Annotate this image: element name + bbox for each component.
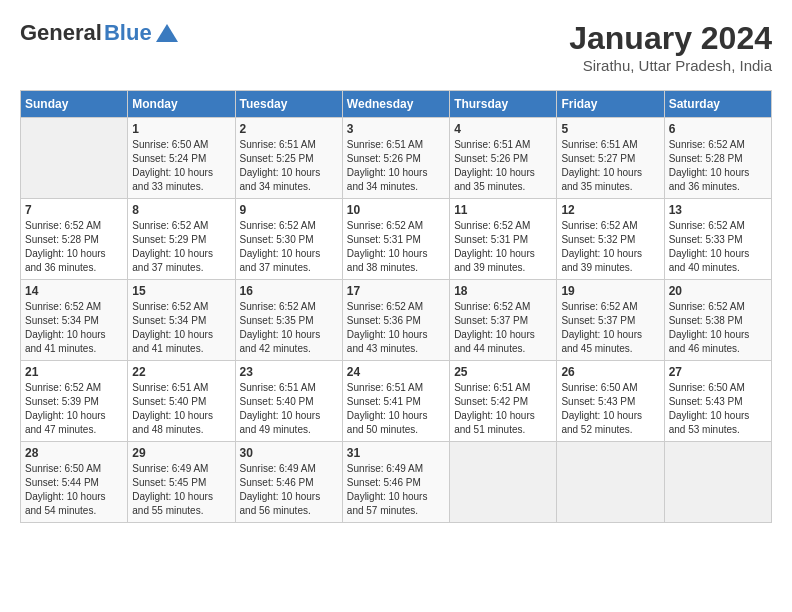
- day-number: 18: [454, 284, 552, 298]
- table-row: 29Sunrise: 6:49 AM Sunset: 5:45 PM Dayli…: [128, 442, 235, 523]
- logo: General Blue: [20, 20, 178, 46]
- day-number: 16: [240, 284, 338, 298]
- day-number: 2: [240, 122, 338, 136]
- day-number: 15: [132, 284, 230, 298]
- table-row: 24Sunrise: 6:51 AM Sunset: 5:41 PM Dayli…: [342, 361, 449, 442]
- day-number: 14: [25, 284, 123, 298]
- day-number: 7: [25, 203, 123, 217]
- table-row: 31Sunrise: 6:49 AM Sunset: 5:46 PM Dayli…: [342, 442, 449, 523]
- day-info: Sunrise: 6:51 AM Sunset: 5:25 PM Dayligh…: [240, 138, 338, 194]
- day-number: 24: [347, 365, 445, 379]
- day-info: Sunrise: 6:52 AM Sunset: 5:35 PM Dayligh…: [240, 300, 338, 356]
- table-row: [664, 442, 771, 523]
- day-number: 13: [669, 203, 767, 217]
- table-row: 2Sunrise: 6:51 AM Sunset: 5:25 PM Daylig…: [235, 118, 342, 199]
- day-info: Sunrise: 6:50 AM Sunset: 5:44 PM Dayligh…: [25, 462, 123, 518]
- day-number: 23: [240, 365, 338, 379]
- day-info: Sunrise: 6:51 AM Sunset: 5:40 PM Dayligh…: [240, 381, 338, 437]
- day-info: Sunrise: 6:52 AM Sunset: 5:38 PM Dayligh…: [669, 300, 767, 356]
- day-info: Sunrise: 6:51 AM Sunset: 5:26 PM Dayligh…: [347, 138, 445, 194]
- table-row: 9Sunrise: 6:52 AM Sunset: 5:30 PM Daylig…: [235, 199, 342, 280]
- day-info: Sunrise: 6:52 AM Sunset: 5:30 PM Dayligh…: [240, 219, 338, 275]
- calendar-table: Sunday Monday Tuesday Wednesday Thursday…: [20, 90, 772, 523]
- title-block: January 2024 Sirathu, Uttar Pradesh, Ind…: [569, 20, 772, 74]
- table-row: 10Sunrise: 6:52 AM Sunset: 5:31 PM Dayli…: [342, 199, 449, 280]
- header-tuesday: Tuesday: [235, 91, 342, 118]
- day-info: Sunrise: 6:49 AM Sunset: 5:46 PM Dayligh…: [347, 462, 445, 518]
- table-row: 18Sunrise: 6:52 AM Sunset: 5:37 PM Dayli…: [450, 280, 557, 361]
- calendar-week-row: 7Sunrise: 6:52 AM Sunset: 5:28 PM Daylig…: [21, 199, 772, 280]
- day-info: Sunrise: 6:52 AM Sunset: 5:36 PM Dayligh…: [347, 300, 445, 356]
- day-info: Sunrise: 6:50 AM Sunset: 5:43 PM Dayligh…: [561, 381, 659, 437]
- table-row: 4Sunrise: 6:51 AM Sunset: 5:26 PM Daylig…: [450, 118, 557, 199]
- table-row: 19Sunrise: 6:52 AM Sunset: 5:37 PM Dayli…: [557, 280, 664, 361]
- header-thursday: Thursday: [450, 91, 557, 118]
- day-info: Sunrise: 6:50 AM Sunset: 5:24 PM Dayligh…: [132, 138, 230, 194]
- table-row: 25Sunrise: 6:51 AM Sunset: 5:42 PM Dayli…: [450, 361, 557, 442]
- header-wednesday: Wednesday: [342, 91, 449, 118]
- calendar-week-row: 1Sunrise: 6:50 AM Sunset: 5:24 PM Daylig…: [21, 118, 772, 199]
- table-row: 7Sunrise: 6:52 AM Sunset: 5:28 PM Daylig…: [21, 199, 128, 280]
- day-number: 19: [561, 284, 659, 298]
- table-row: [21, 118, 128, 199]
- table-row: 23Sunrise: 6:51 AM Sunset: 5:40 PM Dayli…: [235, 361, 342, 442]
- page-header: General Blue January 2024 Sirathu, Uttar…: [20, 20, 772, 74]
- day-number: 28: [25, 446, 123, 460]
- day-number: 4: [454, 122, 552, 136]
- table-row: [557, 442, 664, 523]
- logo-general: General: [20, 20, 102, 46]
- day-number: 6: [669, 122, 767, 136]
- day-info: Sunrise: 6:50 AM Sunset: 5:43 PM Dayligh…: [669, 381, 767, 437]
- day-info: Sunrise: 6:52 AM Sunset: 5:28 PM Dayligh…: [669, 138, 767, 194]
- day-number: 10: [347, 203, 445, 217]
- calendar-week-row: 14Sunrise: 6:52 AM Sunset: 5:34 PM Dayli…: [21, 280, 772, 361]
- logo-blue: Blue: [104, 20, 152, 46]
- day-number: 27: [669, 365, 767, 379]
- table-row: 6Sunrise: 6:52 AM Sunset: 5:28 PM Daylig…: [664, 118, 771, 199]
- table-row: 12Sunrise: 6:52 AM Sunset: 5:32 PM Dayli…: [557, 199, 664, 280]
- table-row: 17Sunrise: 6:52 AM Sunset: 5:36 PM Dayli…: [342, 280, 449, 361]
- day-info: Sunrise: 6:52 AM Sunset: 5:32 PM Dayligh…: [561, 219, 659, 275]
- day-info: Sunrise: 6:52 AM Sunset: 5:33 PM Dayligh…: [669, 219, 767, 275]
- location-subtitle: Sirathu, Uttar Pradesh, India: [569, 57, 772, 74]
- table-row: 8Sunrise: 6:52 AM Sunset: 5:29 PM Daylig…: [128, 199, 235, 280]
- day-info: Sunrise: 6:49 AM Sunset: 5:46 PM Dayligh…: [240, 462, 338, 518]
- day-info: Sunrise: 6:52 AM Sunset: 5:28 PM Dayligh…: [25, 219, 123, 275]
- day-info: Sunrise: 6:52 AM Sunset: 5:34 PM Dayligh…: [132, 300, 230, 356]
- table-row: 28Sunrise: 6:50 AM Sunset: 5:44 PM Dayli…: [21, 442, 128, 523]
- day-number: 22: [132, 365, 230, 379]
- day-info: Sunrise: 6:52 AM Sunset: 5:29 PM Dayligh…: [132, 219, 230, 275]
- table-row: 5Sunrise: 6:51 AM Sunset: 5:27 PM Daylig…: [557, 118, 664, 199]
- table-row: 26Sunrise: 6:50 AM Sunset: 5:43 PM Dayli…: [557, 361, 664, 442]
- day-number: 21: [25, 365, 123, 379]
- table-row: 14Sunrise: 6:52 AM Sunset: 5:34 PM Dayli…: [21, 280, 128, 361]
- logo-icon: [156, 24, 178, 42]
- day-number: 9: [240, 203, 338, 217]
- header-sunday: Sunday: [21, 91, 128, 118]
- table-row: 20Sunrise: 6:52 AM Sunset: 5:38 PM Dayli…: [664, 280, 771, 361]
- calendar-week-row: 21Sunrise: 6:52 AM Sunset: 5:39 PM Dayli…: [21, 361, 772, 442]
- day-info: Sunrise: 6:52 AM Sunset: 5:37 PM Dayligh…: [561, 300, 659, 356]
- day-info: Sunrise: 6:51 AM Sunset: 5:27 PM Dayligh…: [561, 138, 659, 194]
- day-number: 11: [454, 203, 552, 217]
- day-info: Sunrise: 6:51 AM Sunset: 5:40 PM Dayligh…: [132, 381, 230, 437]
- calendar-week-row: 28Sunrise: 6:50 AM Sunset: 5:44 PM Dayli…: [21, 442, 772, 523]
- table-row: 3Sunrise: 6:51 AM Sunset: 5:26 PM Daylig…: [342, 118, 449, 199]
- day-number: 26: [561, 365, 659, 379]
- table-row: 1Sunrise: 6:50 AM Sunset: 5:24 PM Daylig…: [128, 118, 235, 199]
- header-saturday: Saturday: [664, 91, 771, 118]
- day-number: 30: [240, 446, 338, 460]
- table-row: 13Sunrise: 6:52 AM Sunset: 5:33 PM Dayli…: [664, 199, 771, 280]
- day-number: 5: [561, 122, 659, 136]
- day-info: Sunrise: 6:52 AM Sunset: 5:39 PM Dayligh…: [25, 381, 123, 437]
- day-info: Sunrise: 6:51 AM Sunset: 5:41 PM Dayligh…: [347, 381, 445, 437]
- day-info: Sunrise: 6:52 AM Sunset: 5:34 PM Dayligh…: [25, 300, 123, 356]
- table-row: 30Sunrise: 6:49 AM Sunset: 5:46 PM Dayli…: [235, 442, 342, 523]
- day-info: Sunrise: 6:52 AM Sunset: 5:31 PM Dayligh…: [454, 219, 552, 275]
- day-number: 8: [132, 203, 230, 217]
- day-info: Sunrise: 6:49 AM Sunset: 5:45 PM Dayligh…: [132, 462, 230, 518]
- calendar-header-row: Sunday Monday Tuesday Wednesday Thursday…: [21, 91, 772, 118]
- day-number: 20: [669, 284, 767, 298]
- table-row: 16Sunrise: 6:52 AM Sunset: 5:35 PM Dayli…: [235, 280, 342, 361]
- day-info: Sunrise: 6:51 AM Sunset: 5:42 PM Dayligh…: [454, 381, 552, 437]
